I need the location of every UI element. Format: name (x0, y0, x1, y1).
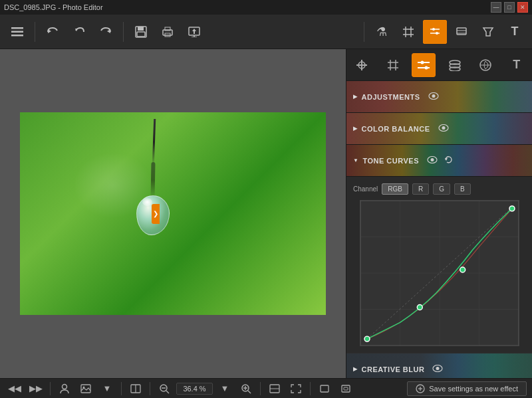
channel-g-btn[interactable]: G (433, 183, 450, 195)
save-effect-button[interactable]: Save settings as new effect (407, 381, 527, 396)
svg-point-48 (430, 158, 434, 161)
main-toolbar: ⚗ T (0, 15, 532, 49)
color-balance-arrow: ▶ (353, 126, 358, 132)
svg-point-61 (364, 336, 370, 342)
channel-r-btn[interactable]: R (412, 183, 429, 195)
svg-point-24 (436, 32, 438, 35)
titlebar-controls: — □ ✕ (491, 2, 528, 13)
undo-button[interactable] (41, 20, 65, 44)
panel-collapse-arrow[interactable]: ❯ (152, 204, 160, 224)
tab-enhance[interactable] (350, 53, 374, 77)
filter-tool[interactable] (476, 20, 500, 44)
creative-blur-arrow: ▶ (353, 366, 358, 372)
drop-stem (152, 119, 156, 165)
panel-content[interactable]: ▶ ADJUSTMENTS ▶ COLOR BALANCE (346, 81, 532, 378)
fullsize-button[interactable] (287, 381, 305, 397)
image-button[interactable] (76, 381, 95, 397)
svg-marker-3 (48, 29, 51, 33)
color-balance-header[interactable]: ▶ COLOR BALANCE (346, 113, 532, 145)
channel-selector-row: Channel RGB R G B (353, 183, 525, 195)
svg-rect-7 (138, 27, 144, 31)
minimize-button[interactable]: — (491, 2, 501, 13)
zoom-out-button[interactable] (155, 381, 174, 397)
light-spot (73, 152, 153, 219)
tab-layers[interactable] (443, 53, 467, 77)
statusbar: ◀◀ ▶▶ ▼ 36.4 % ▼ Save settings as new ef… (0, 378, 532, 398)
svg-rect-80 (321, 385, 329, 392)
svg-rect-2 (11, 35, 23, 37)
adjustments-eye-icon (428, 92, 439, 101)
creative-blur-label: CREATIVE BLUR (362, 365, 425, 373)
rotate-button[interactable] (315, 381, 334, 397)
tone-curves-header[interactable]: ▼ TONE CURVES (346, 145, 532, 177)
svg-point-60 (509, 206, 515, 211)
statusbar-sep-1 (50, 382, 51, 395)
undo2-button[interactable] (67, 20, 91, 44)
svg-point-44 (432, 94, 435, 98)
tab-adjust[interactable] (412, 53, 436, 77)
color-balance-eye-icon (438, 124, 449, 133)
fit-button[interactable] (265, 381, 284, 397)
redo-button[interactable] (94, 20, 118, 44)
statusbar-sep-2 (121, 382, 122, 395)
svg-rect-8 (137, 32, 145, 37)
channel-rgb-btn[interactable]: RGB (382, 183, 408, 195)
save-effect-label: Save settings as new effect (429, 385, 518, 393)
right-panel: T ▶ ADJUSTMENTS ▶ (346, 49, 532, 378)
print-button[interactable] (156, 20, 180, 44)
adjust-tool[interactable] (423, 20, 447, 44)
statusbar-sep-5 (310, 382, 311, 395)
svg-point-63 (436, 367, 440, 370)
tab-text[interactable]: T (505, 53, 529, 77)
svg-line-72 (166, 391, 169, 393)
export-button[interactable] (182, 20, 206, 44)
fullscreen-button[interactable] (336, 381, 355, 397)
adjustments-header[interactable]: ▶ ADJUSTMENTS (346, 81, 532, 113)
svg-point-37 (425, 66, 428, 69)
tab-filter[interactable] (473, 53, 497, 77)
svg-point-22 (432, 28, 435, 31)
toolbar-separator-1 (35, 22, 35, 42)
maximize-button[interactable]: □ (504, 2, 515, 13)
curve-graph[interactable] (360, 200, 519, 346)
curve-svg (360, 201, 519, 346)
text-tool[interactable]: T (503, 20, 527, 44)
creative-blur-header[interactable]: ▶ CREATIVE BLUR (346, 353, 532, 378)
person-button[interactable] (55, 381, 74, 397)
nav-next-button[interactable]: ▶▶ (27, 381, 45, 397)
menu-button[interactable] (5, 20, 29, 44)
tone-curves-arrow: ▼ (353, 157, 358, 163)
flask-tool[interactable]: ⚗ (370, 20, 394, 44)
statusbar-sep-3 (150, 382, 150, 395)
layers-tool[interactable] (450, 20, 473, 44)
photo-canvas (20, 112, 326, 315)
save-button[interactable] (129, 20, 153, 44)
tab-crop[interactable] (381, 53, 405, 77)
zoom-in-button[interactable] (237, 381, 255, 397)
svg-point-58 (417, 305, 422, 310)
channel-label: Channel (353, 185, 378, 193)
svg-marker-28 (483, 28, 493, 36)
nav-prev-button[interactable]: ◀◀ (5, 381, 24, 397)
creative-blur-eye-icon (432, 365, 443, 373)
channel-b-btn[interactable]: B (454, 183, 471, 195)
close-button[interactable]: ✕ (517, 2, 528, 13)
titlebar: DSC_0985.JPG - Photo Editor — □ ✕ (0, 0, 532, 15)
svg-point-59 (460, 267, 465, 272)
zoom-value: 36.4 % (176, 383, 213, 395)
svg-point-66 (63, 384, 67, 389)
toolbar-separator-2 (123, 22, 124, 42)
adjustments-arrow: ▶ (353, 94, 358, 100)
svg-rect-82 (344, 387, 348, 390)
compare-button[interactable] (126, 381, 145, 397)
canvas-area[interactable]: ❯ (0, 49, 346, 378)
crop-tool[interactable] (396, 20, 420, 44)
image-drop-button[interactable]: ▼ (98, 381, 116, 397)
tone-curves-eye-icon (427, 156, 438, 165)
tone-curves-content: Channel RGB R G B (346, 177, 532, 353)
tone-curves-reset-icon[interactable] (444, 155, 453, 165)
zoom-drop-button[interactable]: ▼ (215, 381, 234, 397)
svg-marker-15 (192, 29, 196, 31)
toolbar-separator-3 (364, 22, 364, 42)
svg-rect-16 (194, 31, 195, 34)
